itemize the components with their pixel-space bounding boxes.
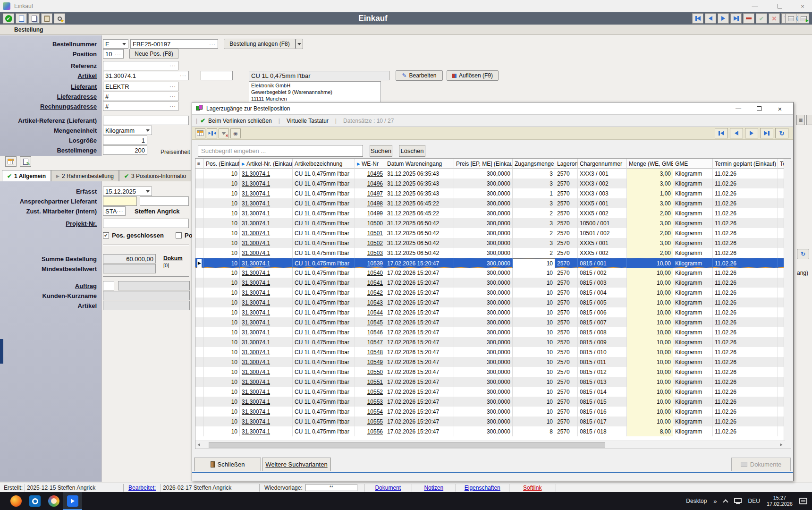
dialog-refresh-button[interactable]: ↻: [775, 128, 788, 138]
table-row[interactable]: 1031.30074.1CU 1L 0,475mm l'tbar1055017.…: [195, 367, 791, 377]
cell-art[interactable]: 31.30074.1: [240, 347, 293, 357]
bestellmenge-input[interactable]: 200: [103, 145, 147, 155]
pos-geschlossen-checkbox[interactable]: ✔: [103, 232, 109, 238]
tab-rahmenbestellung[interactable]: ▶2 Rahmenbestellung: [51, 170, 119, 181]
window-minimize-button[interactable]: —: [744, 0, 765, 12]
column-header-pos[interactable]: Pos. (Einkauf): [204, 159, 240, 169]
label-artikel[interactable]: Artikel: [0, 72, 97, 79]
artikel-variant-input[interactable]: [201, 71, 233, 80]
cell-art[interactable]: 31.30074.1: [240, 178, 293, 188]
cell-we[interactable]: 10540: [355, 268, 385, 278]
search-wizard-button[interactable]: ★: [54, 13, 65, 24]
prev-record-button[interactable]: [705, 13, 716, 24]
auftrag-code-input[interactable]: [103, 281, 114, 290]
suchen-button[interactable]: Suchen: [370, 145, 392, 157]
table-row[interactable]: 1031.30074.1CU 1L 0,475mm l'tbar1055617.…: [195, 426, 791, 436]
label-lieferant[interactable]: Lieferant: [0, 83, 97, 90]
dialog-maximize-button[interactable]: [749, 102, 770, 115]
cell-art[interactable]: 31.30074.1: [240, 426, 293, 436]
cell-art[interactable]: 31.30074.1: [240, 387, 293, 397]
zust-mitarbeiter-input[interactable]: STA···: [103, 206, 126, 216]
language-indicator[interactable]: DEU: [748, 498, 760, 504]
taskbar-app-active[interactable]: [63, 492, 82, 510]
cell-we[interactable]: 10554: [355, 407, 385, 416]
first-record-button[interactable]: [692, 13, 703, 24]
position-input[interactable]: 10···: [103, 49, 124, 59]
table-row[interactable]: 1031.30074.1CU 1L 0,475mm l'tbar1054517.…: [195, 317, 791, 327]
cell-art[interactable]: 31.30074.1: [240, 298, 293, 307]
table-row[interactable]: 1031.30074.1CU 1L 0,475mm l'tbar1050031.…: [195, 218, 791, 228]
wiedervorlage-button[interactable]: **: [305, 484, 357, 491]
virtual-keyboard-button[interactable]: Virtuelle Tastatur: [287, 118, 329, 124]
confirm-button[interactable]: ✔: [3, 13, 14, 24]
cell-we[interactable]: 10546: [355, 327, 385, 337]
table-row[interactable]: 1031.30074.1CU 1L 0,475mm l'tbar1055517.…: [195, 416, 791, 426]
table-row[interactable]: 1031.30074.1CU 1L 0,475mm l'tbar1049931.…: [195, 208, 791, 218]
cell-art[interactable]: 31.30074.1: [240, 278, 293, 288]
ansprechpartner-name-input[interactable]: [140, 196, 189, 206]
package-button[interactable]: [785, 13, 796, 24]
table-row[interactable]: 1031.30074.1CU 1L 0,475mm l'tbar1050131.…: [195, 228, 791, 238]
window-maximize-button[interactable]: [770, 0, 790, 12]
cell-art[interactable]: 31.30074.1: [240, 357, 293, 367]
column-header-we[interactable]: ▶WE-Nr: [355, 159, 385, 169]
cell-we[interactable]: 10552: [355, 387, 385, 397]
column-header-menge[interactable]: Menge (WE, GME): [627, 159, 673, 169]
duplicate-button[interactable]: [28, 13, 40, 24]
clock[interactable]: 15:27 17.02.2026: [767, 495, 793, 507]
cell-art[interactable]: 31.30074.1: [240, 218, 293, 228]
softlink-link[interactable]: Softlink: [511, 484, 554, 491]
eigenschaften-link[interactable]: Eigenschaften: [458, 484, 507, 491]
cell-we[interactable]: 10550: [355, 367, 385, 377]
table-row[interactable]: 1031.30074.1CU 1L 0,475mm l'tbar1054417.…: [195, 307, 791, 317]
next-record-button[interactable]: [718, 13, 729, 24]
column-header-lager[interactable]: Lagerort: [555, 159, 578, 169]
cell-we[interactable]: 10497: [355, 188, 385, 198]
table-row[interactable]: 1031.30074.1CU 1L 0,475mm l'tbar1054917.…: [195, 357, 791, 367]
label-projekt-nr[interactable]: Projekt-Nr.: [0, 220, 97, 227]
cell-we[interactable]: 10553: [355, 397, 385, 407]
notification-icon[interactable]: [799, 498, 807, 504]
cell-art[interactable]: 31.30074.1: [240, 258, 293, 268]
grid-view-button[interactable]: [5, 156, 17, 167]
tab-allgemein[interactable]: ✔1 Allgemein: [2, 170, 51, 181]
table-row[interactable]: ▶1031.30074.1CU 1L 0,475mm l'tbar1053917…: [195, 258, 791, 268]
dokument-link[interactable]: Dokument: [366, 484, 410, 491]
table-row[interactable]: 1031.30074.1CU 1L 0,475mm l'tbar1054117.…: [195, 278, 791, 288]
fragment-refresh-button[interactable]: ↻: [797, 249, 809, 259]
bestellnummer-type-select[interactable]: E: [103, 39, 128, 49]
fit-columns-button[interactable]: [207, 128, 217, 138]
table-row[interactable]: 1031.30074.1CU 1L 0,475mm l'tbar1055317.…: [195, 397, 791, 407]
taskbar-app-people[interactable]: [44, 492, 63, 510]
column-header-datum[interactable]: Datum Wareneingang: [385, 159, 454, 169]
close-on-link-toggle[interactable]: Beim Verlinken schließen: [208, 118, 272, 124]
bestellnummer-input[interactable]: FBE25-00197···: [130, 39, 218, 49]
fragment-button-1[interactable]: ▦: [796, 115, 805, 125]
cell-we[interactable]: 10496: [355, 178, 385, 188]
package-export-button[interactable]: ▶: [798, 13, 809, 24]
cell-art[interactable]: 31.30074.1: [240, 416, 293, 426]
cell-art[interactable]: 31.30074.1: [240, 238, 293, 248]
table-row[interactable]: 1031.30074.1CU 1L 0,475mm l'tbar1050231.…: [195, 238, 791, 248]
column-header-termin[interactable]: Termin geplant (Einkauf): [713, 159, 778, 169]
table-row[interactable]: 1031.30074.1CU 1L 0,475mm l'tbar1054617.…: [195, 327, 791, 337]
vertical-scrollbar[interactable]: [784, 159, 791, 449]
tray-expand-icon[interactable]: [723, 499, 728, 504]
dialog-first-record-button[interactable]: [715, 128, 728, 138]
cell-we[interactable]: 10539: [355, 258, 385, 268]
cell-we[interactable]: 10498: [355, 198, 385, 208]
loeschen-button[interactable]: Löschen: [399, 145, 425, 157]
ansprechpartner-code-input[interactable]: [103, 196, 137, 206]
scrollbar-thumb[interactable]: [209, 442, 605, 448]
cell-we[interactable]: 10502: [355, 238, 385, 248]
table-row[interactable]: 1031.30074.1CU 1L 0,475mm l'tbar1050331.…: [195, 248, 791, 258]
cell-we[interactable]: 10551: [355, 377, 385, 387]
column-header-bez[interactable]: Artikelbezeichnung: [293, 159, 355, 169]
dialog-prev-record-button[interactable]: [730, 128, 743, 138]
dialog-last-record-button[interactable]: [760, 128, 773, 138]
table-row[interactable]: 1031.30074.1CU 1L 0,475mm l'tbar1055117.…: [195, 377, 791, 387]
referenz-input[interactable]: ···: [103, 61, 178, 70]
bearbeitet-link[interactable]: Bearbeitet:: [128, 484, 156, 491]
cell-we[interactable]: 10543: [355, 298, 385, 307]
schliessen-button[interactable]: Schließen: [194, 458, 261, 471]
